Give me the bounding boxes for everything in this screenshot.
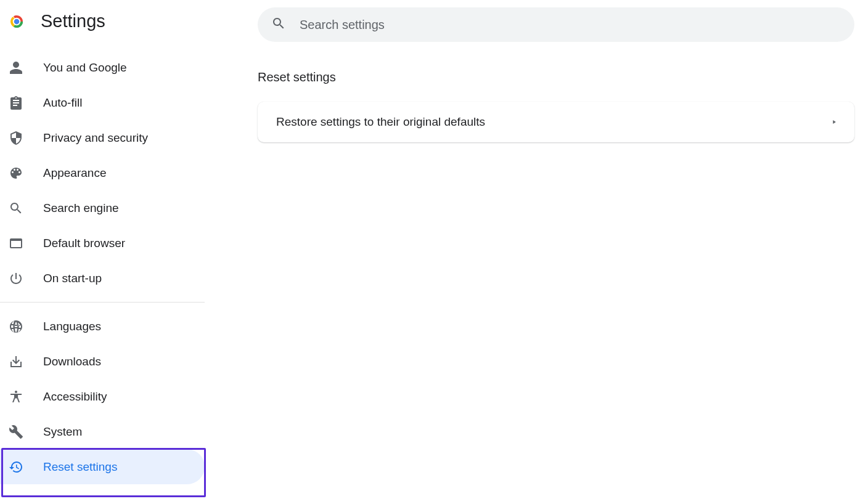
sidebar-item-autofill[interactable]: Auto-fill: [0, 85, 205, 120]
sidebar-item-label: Downloads: [43, 355, 101, 368]
sidebar-item-label: On start-up: [43, 272, 102, 285]
sidebar-item-languages[interactable]: Languages: [0, 309, 205, 344]
sidebar-item-accessibility[interactable]: Accessibility: [0, 379, 205, 414]
download-icon: [9, 354, 23, 369]
clipboard-icon: [9, 96, 23, 110]
sidebar-item-label: Reset settings: [43, 460, 117, 474]
browser-icon: [9, 236, 23, 251]
power-icon: [9, 271, 23, 286]
restore-defaults-row[interactable]: Restore settings to their original defau…: [258, 102, 854, 142]
person-icon: [9, 60, 23, 75]
sidebar-item-search-engine[interactable]: Search engine: [0, 190, 205, 226]
sidebar-item-system[interactable]: System: [0, 414, 205, 449]
sidebar-item-label: Privacy and security: [43, 131, 148, 145]
sidebar-item-appearance[interactable]: Appearance: [0, 155, 205, 190]
sidebar-divider: [0, 302, 205, 303]
nav-group-2: Languages Downloads Accessibility: [0, 309, 205, 484]
chevron-right-icon: [831, 116, 837, 128]
sidebar-item-label: Search engine: [43, 201, 119, 215]
wrench-icon: [9, 425, 23, 439]
svg-point-1: [14, 18, 20, 24]
accessibility-icon: [9, 389, 23, 404]
sidebar-item-reset-settings[interactable]: Reset settings: [0, 449, 205, 484]
section-title: Reset settings: [258, 70, 854, 84]
sidebar-item-label: Auto-fill: [43, 96, 82, 110]
sidebar-item-default-browser[interactable]: Default browser: [0, 226, 205, 261]
search-input[interactable]: [300, 18, 841, 32]
chrome-logo-icon: [7, 12, 26, 31]
search-bar[interactable]: [258, 7, 854, 42]
reset-card: Restore settings to their original defau…: [258, 102, 854, 142]
sidebar-item-label: You and Google: [43, 61, 127, 75]
sidebar-item-on-startup[interactable]: On start-up: [0, 261, 205, 296]
globe-icon: [9, 319, 23, 334]
restore-icon: [9, 460, 23, 474]
sidebar-item-downloads[interactable]: Downloads: [0, 344, 205, 379]
shield-icon: [9, 131, 23, 145]
card-row-label: Restore settings to their original defau…: [276, 115, 485, 129]
main-content: Reset settings Restore settings to their…: [205, 0, 863, 504]
sidebar-item-label: Languages: [43, 320, 101, 333]
sidebar-item-label: Accessibility: [43, 390, 107, 404]
page-title: Settings: [41, 11, 105, 31]
search-icon: [271, 16, 286, 33]
sidebar-header: Settings: [0, 11, 205, 50]
sidebar-item-label: Appearance: [43, 166, 106, 180]
sidebar-item-label: Default browser: [43, 237, 125, 250]
sidebar-item-privacy-security[interactable]: Privacy and security: [0, 120, 205, 155]
sidebar: Settings You and Google Auto-fill: [0, 0, 205, 484]
search-icon: [9, 201, 23, 216]
nav-group-1: You and Google Auto-fill Privacy and sec…: [0, 50, 205, 296]
sidebar-item-you-and-google[interactable]: You and Google: [0, 50, 205, 85]
palette-icon: [9, 166, 23, 181]
sidebar-item-label: System: [43, 425, 82, 439]
